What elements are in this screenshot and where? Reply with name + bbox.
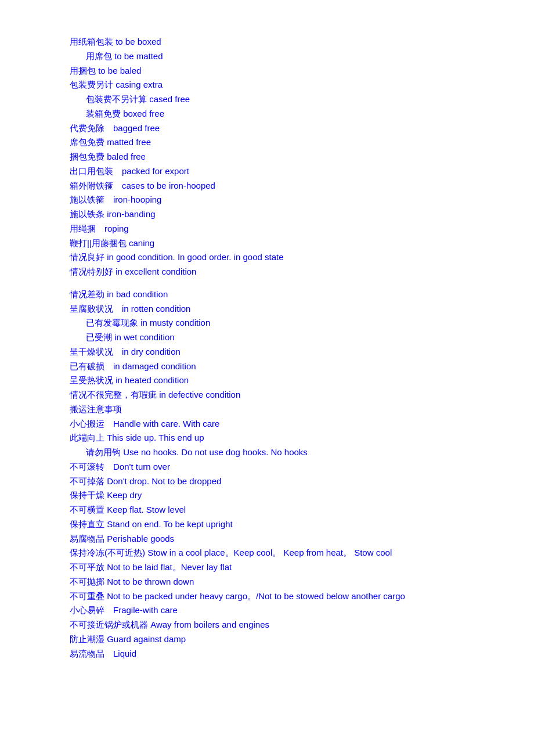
text-line-40: 小心易碎 Fragile-with care — [70, 603, 464, 618]
text-line-10: 箱外附铁箍 cases to be iron-hooped — [70, 179, 464, 193]
text-line-23: 已有破损 in damaged condition — [70, 359, 464, 374]
text-line-19: 呈腐败状况 in rotten condition — [70, 302, 464, 316]
text-line-26: 搬运注意事项 — [70, 402, 464, 417]
text-line-12: 施以铁条 iron-banding — [70, 207, 464, 222]
text-line-41: 不可接近锅炉或机器 Away from boilers and engines — [70, 618, 464, 632]
text-line-18: 情况差劲 in bad condition — [70, 287, 464, 302]
text-line-2: 用捆包 to be baled — [70, 64, 464, 78]
text-line-38: 不可抛掷 Not to be thrown down — [70, 575, 464, 589]
text-line-11: 施以铁箍 iron-hooping — [70, 193, 464, 207]
text-line-30: 不可滚转 Don't turn over — [70, 460, 464, 474]
main-content: 用纸箱包装 to be boxed用席包 to be matted用捆包 to … — [70, 35, 464, 661]
text-line-42: 防止潮湿 Guard against damp — [70, 632, 464, 647]
text-line-24: 呈受热状况 in heated condition — [70, 373, 464, 388]
text-line-28: 此端向上 This side up. This end up — [70, 431, 464, 445]
text-line-27: 小心搬运 Handle with care. With care — [70, 417, 464, 431]
text-line-13: 用绳捆 roping — [70, 222, 464, 236]
text-line-22: 呈干燥状况 in dry condition — [70, 345, 464, 359]
text-line-8: 捆包免费 baled free — [70, 150, 464, 164]
text-line-5: 装箱免费 boxed free — [70, 107, 464, 121]
text-line-20: 已有发霉现象 in musty condition — [70, 316, 464, 330]
text-line-35: 易腐物品 Perishable goods — [70, 532, 464, 546]
text-line-15: 情况良好 in good condition. In good order. i… — [70, 250, 464, 265]
text-line-6: 代费免除 bagged free — [70, 121, 464, 136]
text-line-29: 请勿用钩 Use no hooks. Do not use dog hooks.… — [70, 445, 464, 460]
text-line-34: 保持直立 Stand on end. To be kept upright — [70, 517, 464, 532]
text-line-21: 已受潮 in wet condition — [70, 330, 464, 345]
text-line-9: 出口用包装 packed for export — [70, 164, 464, 179]
text-line-36: 保持冷冻(不可近热) Stow in a cool place。Keep coo… — [70, 546, 464, 560]
text-line-14: 鞭打||用藤捆包 caning — [70, 236, 464, 251]
text-line-4: 包装费不另计算 cased free — [70, 92, 464, 107]
text-line-0: 用纸箱包装 to be boxed — [70, 35, 464, 49]
text-line-7: 席包免费 matted free — [70, 135, 464, 150]
text-line-32: 保持干燥 Keep dry — [70, 488, 464, 503]
text-line-16: 情况特别好 in excellent condition — [70, 265, 464, 279]
text-line-1: 用席包 to be matted — [70, 49, 464, 64]
text-line-43: 易流物品 Liquid — [70, 647, 464, 661]
text-line-31: 不可掉落 Don't drop. Not to be dropped — [70, 474, 464, 489]
text-line-33: 不可横置 Keep flat. Stow level — [70, 503, 464, 517]
text-line-39: 不可重叠 Not to be packed under heavy cargo。… — [70, 589, 464, 604]
spacer-17 — [70, 279, 464, 287]
text-line-25: 情况不很完整，有瑕疵 in defective condition — [70, 388, 464, 402]
text-line-3: 包装费另计 casing extra — [70, 78, 464, 92]
text-line-37: 不可平放 Not to be laid flat。Never lay flat — [70, 560, 464, 575]
